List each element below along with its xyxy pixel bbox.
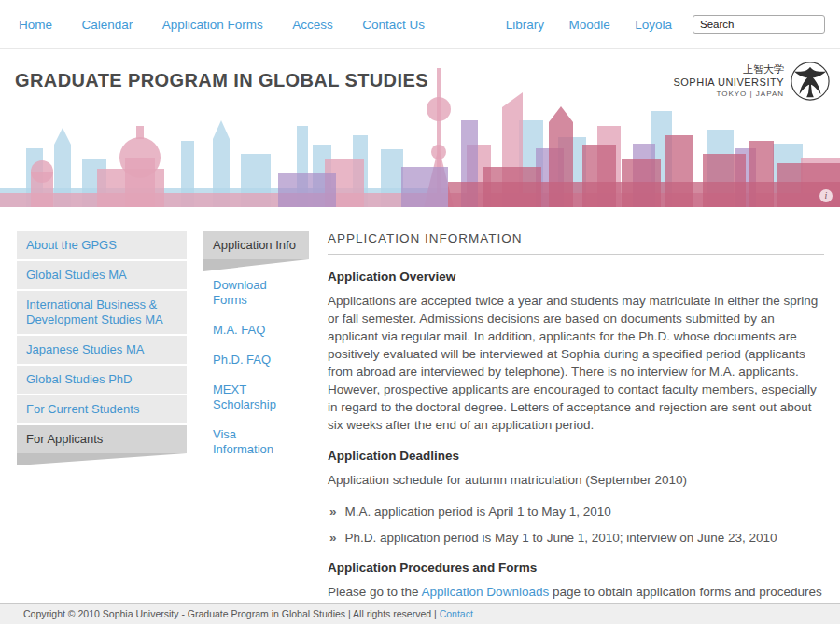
subnav-item-phd-faq[interactable]: Ph.D. FAQ (203, 346, 309, 374)
university-location: TOKYO | JAPAN (673, 89, 784, 100)
subnav: Application Info Download Forms M.A. FAQ… (203, 231, 309, 465)
procedures-text-before: Please go to the (328, 585, 422, 599)
nav-item-loyola[interactable]: Loyola (635, 18, 672, 32)
info-icon[interactable]: i (819, 189, 833, 202)
deadline-item-ma: » M.A. application period is April 1 to … (329, 504, 824, 520)
deadline-text-ma: M.A. application period is April 1 to Ma… (345, 504, 611, 520)
university-name-english: SOPHIA UNIVERSITY (673, 76, 784, 89)
top-nav: Home Calendar Application Forms Access C… (0, 0, 840, 49)
nav-item-calendar[interactable]: Calendar (81, 18, 133, 32)
deadline-text-phd: Ph.D. application period is May 1 to Jun… (345, 530, 777, 546)
section-heading-procedures: Application Procedures and Forms (328, 561, 824, 575)
subnav-active-fold (203, 259, 309, 271)
search-input[interactable] (693, 15, 825, 34)
bullet-marker-icon: » (329, 504, 337, 520)
deadlines-intro: Application schedule for autumn matricul… (328, 471, 824, 489)
application-downloads-link[interactable]: Application Downloads (422, 585, 550, 599)
content-area: About the GPGS Global Studies MA Interna… (0, 207, 840, 624)
subnav-item-application-info[interactable]: Application Info (203, 231, 309, 259)
subnav-item-mext-scholarship[interactable]: MEXT Scholarship (203, 376, 309, 419)
sidebar-item-for-current-students[interactable]: For Current Students (17, 395, 187, 423)
main-content: APPLICATION INFORMATION Application Over… (328, 231, 824, 624)
nav-item-access[interactable]: Access (292, 18, 333, 32)
nav-right: Library Moodle Loyola (506, 16, 693, 33)
sidebar-item-global-studies-ma[interactable]: Global Studies MA (17, 261, 187, 289)
nav-item-contact-us[interactable]: Contact Us (362, 18, 425, 32)
sidebar: About the GPGS Global Studies MA Interna… (17, 231, 187, 465)
deadline-item-phd: » Ph.D. application period is May 1 to J… (329, 530, 824, 546)
subnav-item-visa-information[interactable]: Visa Information (203, 421, 309, 464)
copyright-text: Copyright © 2010 Sophia University - Gra… (23, 608, 440, 619)
sidebar-item-international-business[interactable]: International Business & Development Stu… (17, 291, 187, 334)
sidebar-item-about-the-gpgs[interactable]: About the GPGS (17, 231, 187, 259)
nav-item-moodle[interactable]: Moodle (568, 18, 609, 32)
footer: Copyright © 2010 Sophia University - Gra… (0, 603, 840, 624)
sidebar-item-for-applicants[interactable]: For Applicants (17, 425, 187, 453)
page: Home Calendar Application Forms Access C… (0, 0, 840, 624)
sidebar-item-japanese-studies-ma[interactable]: Japanese Studies MA (17, 336, 187, 364)
nav-item-library[interactable]: Library (506, 18, 544, 32)
university-logo-text: 上智大学 SOPHIA UNIVERSITY TOKYO | JAPAN (673, 61, 784, 100)
section-heading-overview: Application Overview (328, 270, 824, 284)
subnav-item-ma-faq[interactable]: M.A. FAQ (203, 316, 309, 344)
sophia-eagle-emblem-icon (790, 61, 831, 102)
bullet-marker-icon: » (329, 530, 337, 546)
page-title: APPLICATION INFORMATION (328, 231, 824, 245)
university-logo: 上智大学 SOPHIA UNIVERSITY TOKYO | JAPAN (673, 61, 831, 102)
sidebar-item-global-studies-phd[interactable]: Global Studies PhD (17, 366, 187, 394)
page-banner-title: GRADUATE PROGRAM IN GLOBAL STUDIES (15, 70, 428, 91)
subnav-item-download-forms[interactable]: Download Forms (203, 271, 309, 314)
nav-left: Home Calendar Application Forms Access C… (19, 16, 450, 33)
university-name-japanese: 上智大学 (673, 62, 784, 76)
overview-paragraph: Applications are accepted twice a year a… (328, 292, 824, 434)
deadlines-list: » M.A. application period is April 1 to … (329, 504, 824, 546)
section-heading-deadlines: Application Deadlines (328, 449, 824, 463)
sidebar-active-fold (17, 453, 187, 465)
nav-item-application-forms[interactable]: Application Forms (162, 18, 263, 32)
footer-contact-link[interactable]: Contact (440, 608, 473, 619)
banner: GRADUATE PROGRAM IN GLOBAL STUDIES 上智大学 … (0, 55, 840, 207)
title-divider (328, 254, 824, 255)
nav-item-home[interactable]: Home (19, 18, 52, 32)
